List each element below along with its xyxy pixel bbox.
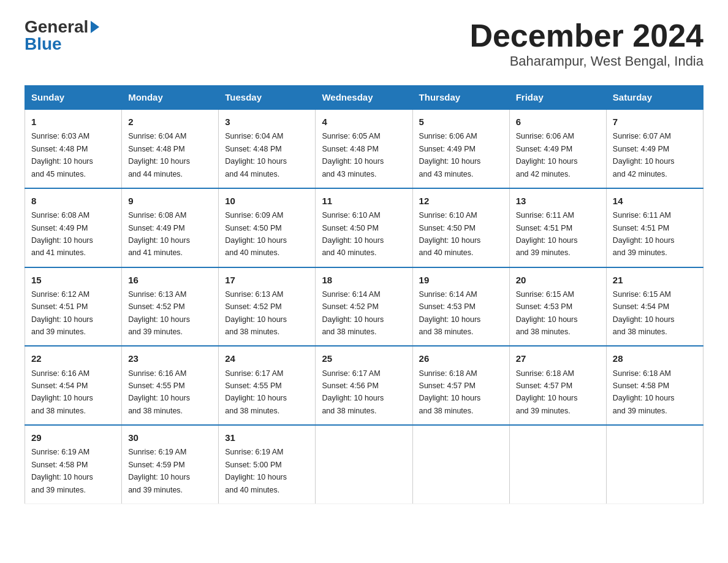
- day-number: 28: [613, 351, 697, 366]
- calendar-cell: [606, 425, 703, 504]
- calendar-cell: 6Sunrise: 6:06 AM Sunset: 4:49 PM Daylig…: [509, 109, 606, 188]
- day-info: Sunrise: 6:13 AM Sunset: 4:52 PM Dayligh…: [128, 290, 190, 336]
- day-info: Sunrise: 6:18 AM Sunset: 4:57 PM Dayligh…: [516, 369, 578, 415]
- calendar-cell: 15Sunrise: 6:12 AM Sunset: 4:51 PM Dayli…: [25, 267, 122, 347]
- calendar-cell: 10Sunrise: 6:09 AM Sunset: 4:50 PM Dayli…: [219, 188, 316, 267]
- calendar-cell: 23Sunrise: 6:16 AM Sunset: 4:55 PM Dayli…: [122, 346, 219, 425]
- day-info: Sunrise: 6:19 AM Sunset: 4:59 PM Dayligh…: [128, 448, 190, 494]
- day-number: 5: [419, 115, 503, 129]
- day-info: Sunrise: 6:06 AM Sunset: 4:49 PM Dayligh…: [516, 132, 578, 178]
- logo-triangle-icon: [91, 21, 99, 33]
- calendar-week-row: 22Sunrise: 6:16 AM Sunset: 4:54 PM Dayli…: [25, 346, 703, 425]
- day-number: 25: [322, 351, 406, 366]
- day-number: 31: [225, 431, 309, 445]
- day-number: 26: [419, 351, 503, 366]
- calendar-cell: 22Sunrise: 6:16 AM Sunset: 4:54 PM Dayli…: [25, 346, 122, 425]
- day-number: 13: [516, 194, 600, 208]
- day-info: Sunrise: 6:05 AM Sunset: 4:48 PM Dayligh…: [322, 132, 384, 178]
- day-number: 30: [128, 431, 212, 445]
- calendar-cell: 11Sunrise: 6:10 AM Sunset: 4:50 PM Dayli…: [316, 188, 412, 267]
- day-info: Sunrise: 6:17 AM Sunset: 4:56 PM Dayligh…: [322, 369, 384, 415]
- calendar-cell: 25Sunrise: 6:17 AM Sunset: 4:56 PM Dayli…: [316, 346, 412, 425]
- day-number: 24: [225, 351, 309, 366]
- column-header-tuesday: Tuesday: [219, 86, 316, 110]
- day-number: 10: [225, 194, 309, 208]
- day-info: Sunrise: 6:03 AM Sunset: 4:48 PM Dayligh…: [31, 132, 93, 178]
- day-info: Sunrise: 6:18 AM Sunset: 4:58 PM Dayligh…: [613, 369, 675, 415]
- day-number: 17: [225, 273, 309, 287]
- day-info: Sunrise: 6:17 AM Sunset: 4:55 PM Dayligh…: [225, 369, 287, 415]
- column-header-wednesday: Wednesday: [316, 86, 412, 110]
- day-number: 15: [31, 273, 115, 287]
- day-number: 22: [31, 351, 115, 366]
- calendar-cell: 14Sunrise: 6:11 AM Sunset: 4:51 PM Dayli…: [606, 188, 703, 267]
- day-info: Sunrise: 6:10 AM Sunset: 4:50 PM Dayligh…: [419, 211, 481, 257]
- column-header-monday: Monday: [122, 86, 219, 110]
- calendar-cell: 20Sunrise: 6:15 AM Sunset: 4:53 PM Dayli…: [509, 267, 606, 347]
- day-info: Sunrise: 6:09 AM Sunset: 4:50 PM Dayligh…: [225, 211, 287, 257]
- page-header: General Blue December 2024 Baharampur, W…: [25, 18, 703, 79]
- calendar-cell: 2Sunrise: 6:04 AM Sunset: 4:48 PM Daylig…: [122, 109, 219, 188]
- day-number: 20: [516, 273, 600, 287]
- calendar-cell: [509, 425, 606, 504]
- day-info: Sunrise: 6:14 AM Sunset: 4:52 PM Dayligh…: [322, 290, 384, 336]
- day-info: Sunrise: 6:11 AM Sunset: 4:51 PM Dayligh…: [516, 211, 578, 257]
- day-number: 14: [613, 194, 697, 208]
- day-info: Sunrise: 6:19 AM Sunset: 5:00 PM Dayligh…: [225, 448, 287, 494]
- day-info: Sunrise: 6:16 AM Sunset: 4:54 PM Dayligh…: [31, 369, 93, 415]
- logo-general-text: General: [25, 18, 88, 36]
- calendar-cell: 8Sunrise: 6:08 AM Sunset: 4:49 PM Daylig…: [25, 188, 122, 267]
- calendar-cell: 4Sunrise: 6:05 AM Sunset: 4:48 PM Daylig…: [316, 109, 412, 188]
- day-info: Sunrise: 6:04 AM Sunset: 4:48 PM Dayligh…: [128, 132, 190, 178]
- calendar-cell: [316, 425, 412, 504]
- column-header-friday: Friday: [509, 86, 606, 110]
- day-info: Sunrise: 6:08 AM Sunset: 4:49 PM Dayligh…: [128, 211, 190, 257]
- day-info: Sunrise: 6:04 AM Sunset: 4:48 PM Dayligh…: [225, 132, 287, 178]
- day-number: 21: [613, 273, 697, 287]
- calendar-cell: 19Sunrise: 6:14 AM Sunset: 4:53 PM Dayli…: [412, 267, 509, 347]
- day-number: 8: [31, 194, 115, 208]
- calendar-cell: 5Sunrise: 6:06 AM Sunset: 4:49 PM Daylig…: [412, 109, 509, 188]
- day-number: 6: [516, 115, 600, 129]
- calendar-cell: 27Sunrise: 6:18 AM Sunset: 4:57 PM Dayli…: [509, 346, 606, 425]
- day-info: Sunrise: 6:13 AM Sunset: 4:52 PM Dayligh…: [225, 290, 287, 336]
- day-number: 9: [128, 194, 212, 208]
- day-info: Sunrise: 6:11 AM Sunset: 4:51 PM Dayligh…: [613, 211, 675, 257]
- day-number: 23: [128, 351, 212, 366]
- day-number: 16: [128, 273, 212, 287]
- day-number: 2: [128, 115, 212, 129]
- calendar-cell: 12Sunrise: 6:10 AM Sunset: 4:50 PM Dayli…: [412, 188, 509, 267]
- day-number: 27: [516, 351, 600, 366]
- calendar-week-row: 8Sunrise: 6:08 AM Sunset: 4:49 PM Daylig…: [25, 188, 703, 267]
- calendar-cell: 18Sunrise: 6:14 AM Sunset: 4:52 PM Dayli…: [316, 267, 412, 347]
- title-block: December 2024 Baharampur, West Bengal, I…: [469, 18, 703, 79]
- calendar-week-row: 29Sunrise: 6:19 AM Sunset: 4:58 PM Dayli…: [25, 425, 703, 504]
- day-number: 3: [225, 115, 309, 129]
- day-info: Sunrise: 6:18 AM Sunset: 4:57 PM Dayligh…: [419, 369, 481, 415]
- day-info: Sunrise: 6:10 AM Sunset: 4:50 PM Dayligh…: [322, 211, 384, 257]
- calendar-cell: 24Sunrise: 6:17 AM Sunset: 4:55 PM Dayli…: [219, 346, 316, 425]
- day-info: Sunrise: 6:15 AM Sunset: 4:53 PM Dayligh…: [516, 290, 578, 336]
- calendar-cell: 26Sunrise: 6:18 AM Sunset: 4:57 PM Dayli…: [412, 346, 509, 425]
- calendar-cell: 31Sunrise: 6:19 AM Sunset: 5:00 PM Dayli…: [219, 425, 316, 504]
- calendar-cell: 30Sunrise: 6:19 AM Sunset: 4:59 PM Dayli…: [122, 425, 219, 504]
- calendar-cell: 9Sunrise: 6:08 AM Sunset: 4:49 PM Daylig…: [122, 188, 219, 267]
- day-info: Sunrise: 6:12 AM Sunset: 4:51 PM Dayligh…: [31, 290, 93, 336]
- day-info: Sunrise: 6:14 AM Sunset: 4:53 PM Dayligh…: [419, 290, 481, 336]
- day-number: 29: [31, 431, 115, 445]
- day-number: 11: [322, 194, 406, 208]
- calendar-header-row: SundayMondayTuesdayWednesdayThursdayFrid…: [25, 86, 703, 110]
- calendar-table: SundayMondayTuesdayWednesdayThursdayFrid…: [25, 85, 703, 504]
- column-header-saturday: Saturday: [606, 86, 703, 110]
- day-number: 18: [322, 273, 406, 287]
- logo-blue-text: Blue: [25, 36, 62, 53]
- day-number: 7: [613, 115, 697, 129]
- day-info: Sunrise: 6:07 AM Sunset: 4:49 PM Dayligh…: [613, 132, 675, 178]
- day-number: 19: [419, 273, 503, 287]
- month-title: December 2024: [469, 18, 703, 53]
- calendar-cell: 21Sunrise: 6:15 AM Sunset: 4:54 PM Dayli…: [606, 267, 703, 347]
- calendar-cell: 1Sunrise: 6:03 AM Sunset: 4:48 PM Daylig…: [25, 109, 122, 188]
- calendar-cell: 7Sunrise: 6:07 AM Sunset: 4:49 PM Daylig…: [606, 109, 703, 188]
- calendar-cell: 17Sunrise: 6:13 AM Sunset: 4:52 PM Dayli…: [219, 267, 316, 347]
- day-info: Sunrise: 6:08 AM Sunset: 4:49 PM Dayligh…: [31, 211, 93, 257]
